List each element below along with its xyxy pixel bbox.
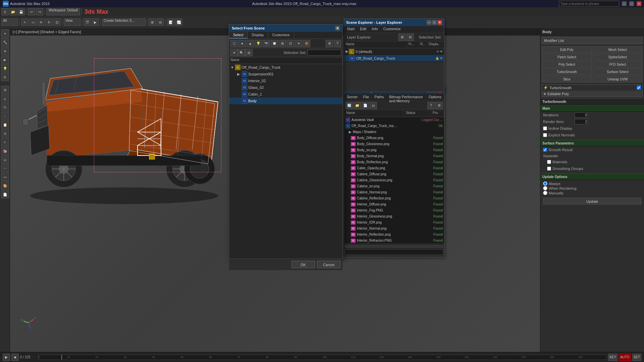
utilities-panel-btn[interactable]: ⚙ bbox=[1, 73, 9, 81]
view-dropdown[interactable]: View bbox=[64, 18, 80, 26]
sfs-cancel-btn[interactable]: Cancel bbox=[317, 261, 340, 268]
at-body-diffuse-row[interactable]: M Body_Diffuse.png Found bbox=[344, 135, 444, 141]
at-tb2[interactable]: 📁 bbox=[354, 102, 361, 109]
se-menu-info[interactable]: Info bbox=[369, 26, 380, 33]
at-menu-bitmap[interactable]: Bitmap Performance and Memory bbox=[386, 94, 426, 101]
sfs-icon-8[interactable]: ⊡ bbox=[287, 40, 294, 47]
at-cabine-refl-row[interactable]: M Cabine_Reflection.png Found bbox=[344, 195, 444, 201]
auto-key-btn[interactable]: AUTO bbox=[619, 354, 631, 361]
minimize-button[interactable]: ─ bbox=[622, 1, 627, 6]
sfs-tab-customize[interactable]: Customize bbox=[268, 32, 294, 39]
spline-select-btn[interactable]: SplineSelect bbox=[593, 54, 643, 60]
quick-access-save[interactable]: 💾 bbox=[17, 8, 25, 15]
stop-btn[interactable]: ■ bbox=[11, 354, 19, 361]
scale-btn[interactable]: ⊡ bbox=[53, 18, 61, 26]
se-menu-start[interactable]: Start bbox=[344, 26, 357, 33]
at-int-norm-row[interactable]: M Interior_Normal.png Found bbox=[344, 226, 444, 232]
rotate-btn[interactable]: ↻ bbox=[45, 18, 53, 26]
sfs-close-btn[interactable]: ✕ bbox=[335, 26, 340, 31]
ffd-select-btn[interactable]: FFD Select bbox=[593, 61, 643, 68]
explicit-check[interactable] bbox=[543, 133, 547, 137]
at-menu-options[interactable]: Options bbox=[426, 94, 444, 101]
sfs-icon-1[interactable]: ⬡ bbox=[230, 40, 238, 47]
quick-access-new[interactable]: 🗋 bbox=[1, 8, 9, 15]
at-help-btn[interactable]: ? bbox=[427, 102, 435, 109]
mesh-select-btn[interactable]: Mesh Select bbox=[593, 46, 643, 53]
se-tb2[interactable]: ⊟ bbox=[407, 34, 414, 41]
select-filter-dropdown[interactable]: All bbox=[1, 18, 18, 26]
sfs-icon-7[interactable]: ⊞ bbox=[279, 40, 286, 47]
at-cabine-diff-row[interactable]: M Cabine_Diffuse.png Found bbox=[344, 171, 444, 177]
sfs-icon-9[interactable]: ☀ bbox=[295, 40, 302, 47]
tree-truck-root[interactable]: ▼ G Off_Road_Cargo_Truck bbox=[229, 64, 342, 71]
display-panel-btn[interactable]: 💡 bbox=[1, 64, 9, 72]
move-btn[interactable]: ✛ bbox=[37, 18, 45, 26]
sfs-icon-5[interactable]: 📷 bbox=[263, 40, 270, 47]
create-panel-btn[interactable]: ✦ bbox=[1, 29, 9, 38]
sfs-tab-display[interactable]: Display bbox=[248, 32, 268, 39]
sfs-icon-10[interactable]: 🔆 bbox=[303, 40, 310, 47]
isoline-check[interactable] bbox=[543, 126, 547, 130]
render-btn[interactable]: ▶ bbox=[92, 18, 99, 26]
tree-cabin[interactable]: M Cabin_1 bbox=[229, 91, 342, 98]
se-row-truck[interactable]: M Off_Road_Cargo_Truck 🔒 👁 bbox=[344, 55, 444, 62]
motion-panel-btn[interactable]: ▶ bbox=[1, 56, 9, 64]
iterations-input[interactable] bbox=[575, 112, 588, 118]
angle-snap-btn[interactable]: ∠ bbox=[1, 95, 9, 103]
at-maps-folder-row[interactable]: ▶ Maps / Shaders bbox=[344, 129, 444, 135]
when-rendering-radio[interactable] bbox=[543, 186, 547, 190]
at-int-fog-row[interactable]: M Interior_Fog.PNG Found bbox=[344, 207, 444, 214]
sfs-icon-3[interactable]: ▲ bbox=[247, 40, 254, 47]
sfs-options-btn[interactable]: ⚙ bbox=[326, 40, 333, 47]
se-menu-customize[interactable]: Customize bbox=[381, 26, 404, 33]
select-object-btn[interactable]: ↖ bbox=[21, 18, 29, 26]
snap-toggle-btn[interactable]: ⊞ bbox=[1, 86, 9, 94]
sfs-icon-4[interactable]: 💡 bbox=[255, 40, 262, 47]
play-btn[interactable]: ▶ bbox=[3, 354, 10, 361]
at-hscroll[interactable] bbox=[345, 245, 443, 248]
at-tb4[interactable]: 🗂 bbox=[370, 102, 377, 109]
sfs-clear-btn[interactable]: ✕ bbox=[230, 49, 238, 56]
set-key-btn[interactable]: SET bbox=[632, 354, 641, 361]
create-selection-dropdown[interactable]: Create Selection S... bbox=[102, 18, 146, 26]
unwrap-uvw-btn[interactable]: Unwrap UVW bbox=[593, 76, 643, 82]
modify-panel-btn[interactable]: 🔧 bbox=[1, 38, 9, 46]
se-minimize-btn[interactable]: ─ bbox=[427, 20, 431, 25]
at-body-refl-row[interactable]: M Body_Reflection.png Found bbox=[344, 159, 444, 165]
smooth-result-check[interactable] bbox=[543, 148, 547, 152]
at-menu-server[interactable]: Server bbox=[344, 94, 360, 101]
always-radio[interactable] bbox=[543, 181, 547, 186]
key-mode-btn[interactable]: KEY bbox=[608, 354, 618, 361]
tree-body[interactable]: M Body bbox=[229, 98, 342, 104]
layer-manager-btn[interactable]: 📚 bbox=[1, 147, 9, 155]
at-int-ior-row[interactable]: M Interior_IOR.png Found bbox=[344, 220, 444, 226]
sfs-search-btn[interactable]: 🔍 bbox=[238, 49, 245, 56]
at-cabine-gloss-row[interactable]: M Cabine_Glossiness.png Found bbox=[344, 177, 444, 183]
render-iters-input[interactable] bbox=[575, 119, 588, 124]
at-options-btn[interactable]: ⚙ bbox=[435, 102, 443, 109]
patch-select-btn[interactable]: Patch Select bbox=[542, 54, 592, 60]
align-btn[interactable]: ⊟ bbox=[157, 18, 164, 26]
curve-editor-small-btn[interactable]: 〰 bbox=[1, 164, 9, 172]
at-cabine-norm-row[interactable]: M Cabine_Normal.png Found bbox=[344, 189, 444, 195]
mirror-small-btn[interactable]: ⊟ bbox=[1, 129, 9, 137]
tree-interior02[interactable]: M Interior_02 bbox=[229, 77, 342, 84]
ts-visibility-check[interactable] bbox=[637, 85, 641, 90]
turbos-mooth-btn[interactable]: TurboSmooth bbox=[542, 68, 592, 75]
sfs-ok-btn[interactable]: OK bbox=[291, 261, 315, 268]
at-max-file-row[interactable]: 3 Off_Road_Cargo_Truck_max_vray.... Ok bbox=[344, 123, 444, 129]
curve-editor-btn[interactable]: 📈 bbox=[175, 18, 182, 26]
align-small-btn[interactable]: ≡ bbox=[1, 138, 9, 146]
select-region-btn[interactable]: ▭ bbox=[29, 18, 37, 26]
manually-radio[interactable] bbox=[543, 191, 547, 195]
timeline-track[interactable]: 0 10 20 30 40 50 60 70 80 90 100 110 120… bbox=[38, 355, 607, 360]
at-int-refl-row[interactable]: M Interior_Reflection.png Found bbox=[344, 232, 444, 238]
at-body-gloss-row[interactable]: M Body_Glossiness.png Found bbox=[344, 141, 444, 147]
sfs-icon-2[interactable]: ● bbox=[238, 40, 246, 47]
slice-btn[interactable]: Slice bbox=[542, 76, 592, 82]
search-input[interactable] bbox=[559, 1, 619, 7]
redo-button[interactable]: ↪ bbox=[36, 8, 43, 15]
at-menu-paths[interactable]: Paths bbox=[372, 94, 386, 101]
edit-poly-btn[interactable]: Edit Poly bbox=[542, 46, 592, 53]
at-body-normal-row[interactable]: M Body_Normal.png Found bbox=[344, 153, 444, 159]
